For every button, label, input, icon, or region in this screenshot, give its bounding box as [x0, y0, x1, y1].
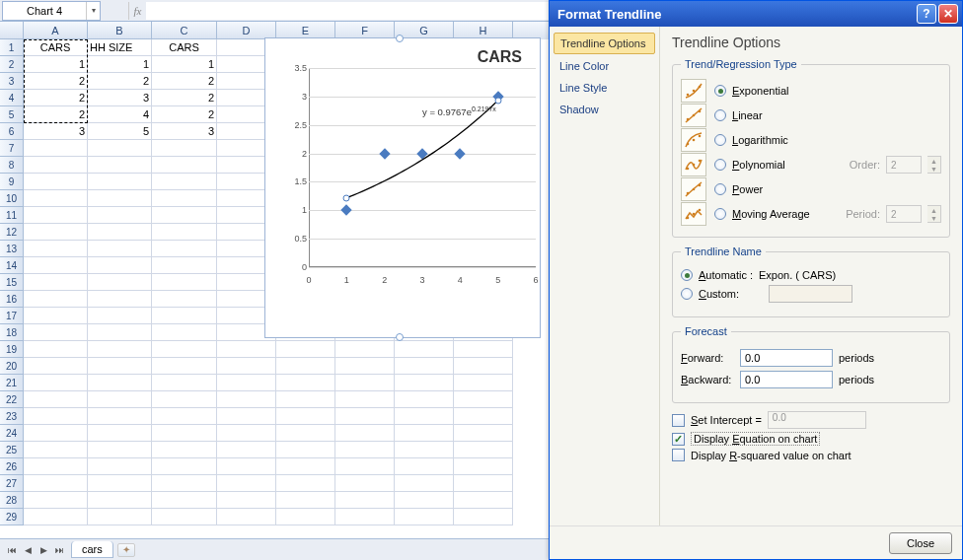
cell[interactable]	[88, 274, 152, 291]
cell[interactable]	[217, 358, 276, 375]
moving-average-radio[interactable]	[714, 208, 726, 220]
embedded-chart[interactable]: CARS 00.511.522.533.50123456y = 0.9767e0…	[264, 37, 541, 338]
row-header[interactable]: 14	[0, 257, 24, 274]
tab-prev-icon[interactable]: ◀	[20, 542, 36, 558]
select-all-corner[interactable]	[0, 22, 24, 39]
cell[interactable]	[152, 458, 217, 475]
cell[interactable]	[88, 391, 152, 408]
set-intercept-checkbox[interactable]	[672, 414, 685, 427]
cell[interactable]	[276, 492, 335, 509]
cell[interactable]	[88, 375, 152, 391]
cell[interactable]	[276, 358, 335, 375]
cell[interactable]: 2	[24, 73, 88, 90]
cell[interactable]: 2	[24, 90, 88, 106]
cell[interactable]	[24, 475, 88, 492]
row-header[interactable]: 27	[0, 475, 24, 492]
cell[interactable]	[88, 341, 152, 358]
cell[interactable]	[88, 425, 152, 442]
cell[interactable]	[88, 157, 152, 174]
cell[interactable]	[24, 408, 88, 425]
cell[interactable]	[88, 308, 152, 324]
cell[interactable]	[24, 257, 88, 274]
cell[interactable]	[88, 207, 152, 224]
close-button[interactable]: Close	[889, 532, 952, 554]
cell[interactable]	[88, 358, 152, 375]
cell[interactable]	[454, 442, 513, 458]
cell[interactable]: 2	[152, 106, 217, 123]
exponential-radio[interactable]	[714, 85, 726, 97]
row-header[interactable]: 16	[0, 291, 24, 308]
cell[interactable]: 3	[24, 123, 88, 140]
cell[interactable]	[395, 425, 454, 442]
cell[interactable]	[24, 308, 88, 324]
cell[interactable]	[152, 391, 217, 408]
cell[interactable]	[335, 509, 395, 525]
cell[interactable]	[88, 174, 152, 190]
cell[interactable]	[395, 492, 454, 509]
cell[interactable]	[276, 475, 335, 492]
polynomial-radio[interactable]	[714, 159, 726, 171]
cell[interactable]	[454, 408, 513, 425]
col-header-B[interactable]: B	[88, 22, 152, 39]
cell[interactable]	[24, 425, 88, 442]
cell[interactable]	[152, 509, 217, 525]
cell[interactable]	[395, 358, 454, 375]
col-header-C[interactable]: C	[152, 22, 217, 39]
cell[interactable]	[454, 475, 513, 492]
cell[interactable]	[24, 341, 88, 358]
cell[interactable]	[454, 341, 513, 358]
cell[interactable]	[276, 509, 335, 525]
row-header[interactable]: 17	[0, 308, 24, 324]
close-x-button[interactable]: ✕	[938, 4, 958, 24]
cell[interactable]	[24, 324, 88, 341]
cell[interactable]	[24, 509, 88, 525]
cell[interactable]	[217, 475, 276, 492]
cell[interactable]	[454, 509, 513, 525]
cell[interactable]	[395, 442, 454, 458]
fx-icon[interactable]: fx	[128, 2, 146, 20]
cell[interactable]	[88, 475, 152, 492]
cell[interactable]: 5	[88, 123, 152, 140]
cell[interactable]: 4	[88, 106, 152, 123]
cell[interactable]	[152, 207, 217, 224]
sidebar-item-shadow[interactable]: Shadow	[554, 100, 655, 119]
cell[interactable]	[88, 408, 152, 425]
cell[interactable]	[276, 341, 335, 358]
sheet-tab[interactable]: cars	[71, 541, 113, 558]
cell[interactable]	[152, 408, 217, 425]
row-header[interactable]: 21	[0, 375, 24, 391]
cell[interactable]	[276, 425, 335, 442]
cell[interactable]	[88, 492, 152, 509]
tab-last-icon[interactable]: ⏭	[51, 542, 67, 558]
row-header[interactable]: 23	[0, 408, 24, 425]
cell[interactable]	[335, 408, 395, 425]
cell[interactable]	[152, 140, 217, 157]
cell[interactable]	[276, 391, 335, 408]
tab-next-icon[interactable]: ▶	[36, 542, 51, 558]
row-header[interactable]: 9	[0, 174, 24, 190]
row-header[interactable]: 4	[0, 90, 24, 106]
cell[interactable]	[24, 207, 88, 224]
cell[interactable]	[217, 509, 276, 525]
sidebar-item-line-style[interactable]: Line Style	[554, 78, 655, 98]
cell[interactable]	[335, 358, 395, 375]
cell[interactable]	[24, 224, 88, 241]
cell[interactable]	[335, 492, 395, 509]
cell[interactable]	[395, 408, 454, 425]
cell[interactable]	[395, 341, 454, 358]
cell[interactable]	[217, 341, 276, 358]
cell[interactable]: 2	[152, 73, 217, 90]
cell[interactable]	[217, 391, 276, 408]
cell[interactable]	[152, 492, 217, 509]
cell[interactable]	[88, 458, 152, 475]
row-header[interactable]: 28	[0, 492, 24, 509]
cell[interactable]	[152, 157, 217, 174]
cell[interactable]	[152, 475, 217, 492]
row-header[interactable]: 26	[0, 458, 24, 475]
cell[interactable]	[454, 391, 513, 408]
cell[interactable]	[217, 408, 276, 425]
cell[interactable]	[24, 274, 88, 291]
cell[interactable]	[152, 257, 217, 274]
cell[interactable]	[335, 375, 395, 391]
cell[interactable]	[24, 174, 88, 190]
